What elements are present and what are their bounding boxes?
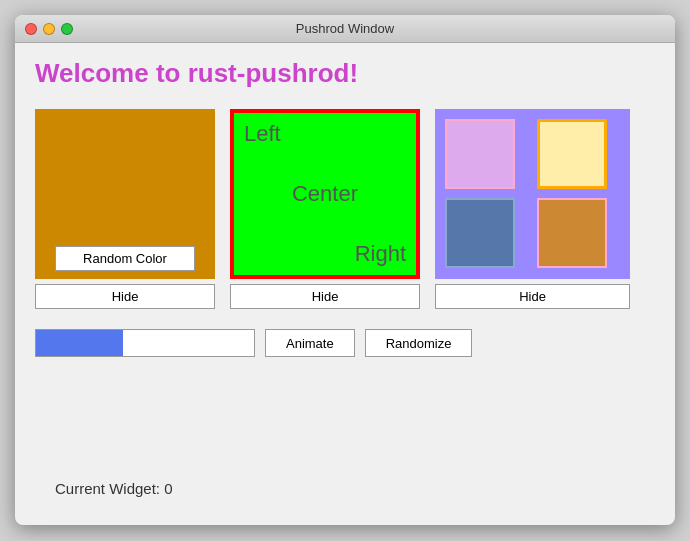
orange-widget: Random Color bbox=[35, 109, 215, 279]
title-bar: Pushrod Window bbox=[15, 15, 675, 43]
purple-widget bbox=[435, 109, 630, 279]
hide-button-1[interactable]: Hide bbox=[35, 284, 215, 309]
minimize-button[interactable] bbox=[43, 23, 55, 35]
square-brown bbox=[537, 198, 607, 268]
widget-green-container: Left Center Right Hide bbox=[230, 109, 420, 309]
welcome-heading: Welcome to rust-pushrod! bbox=[35, 58, 655, 89]
widgets-row: Random Color Hide Left Center Right Hide bbox=[35, 109, 655, 309]
random-color-button[interactable]: Random Color bbox=[55, 246, 195, 271]
controls-row: Animate Randomize bbox=[35, 329, 655, 357]
content-area: Welcome to rust-pushrod! Random Color Hi… bbox=[15, 43, 675, 525]
window-controls bbox=[25, 23, 73, 35]
randomize-button[interactable]: Randomize bbox=[365, 329, 473, 357]
right-label: Right bbox=[355, 241, 406, 267]
hide-button-3[interactable]: Hide bbox=[435, 284, 630, 309]
animate-button[interactable]: Animate bbox=[265, 329, 355, 357]
progress-bar-fill bbox=[36, 330, 123, 356]
left-label: Left bbox=[244, 121, 281, 147]
maximize-button[interactable] bbox=[61, 23, 73, 35]
center-label: Center bbox=[292, 181, 358, 207]
green-widget: Left Center Right bbox=[230, 109, 420, 279]
current-widget-label: Current Widget: 0 bbox=[55, 480, 173, 497]
window-title: Pushrod Window bbox=[296, 21, 394, 36]
footer: Current Widget: 0 bbox=[35, 472, 655, 510]
square-steel bbox=[445, 198, 515, 268]
widget-purple-container: Hide bbox=[435, 109, 630, 309]
widget-orange-container: Random Color Hide bbox=[35, 109, 215, 309]
main-window: Pushrod Window Welcome to rust-pushrod! … bbox=[15, 15, 675, 525]
progress-bar-container bbox=[35, 329, 255, 357]
close-button[interactable] bbox=[25, 23, 37, 35]
square-yellow bbox=[537, 119, 607, 189]
square-lavender bbox=[445, 119, 515, 189]
hide-button-2[interactable]: Hide bbox=[230, 284, 420, 309]
